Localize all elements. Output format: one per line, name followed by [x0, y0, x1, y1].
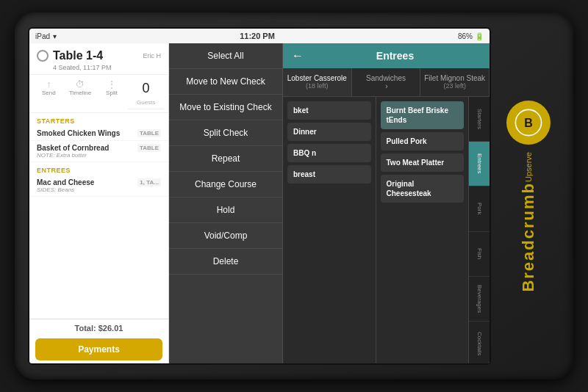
tablet-screen: iPad ▾ 11:20 PM 86% 🔋 Table 1-4: [28, 27, 491, 365]
context-menu: Select All Move to New Check Move to Exi…: [169, 43, 283, 365]
status-right: 86% 🔋: [458, 32, 484, 40]
brand-sub: Upserve: [524, 152, 533, 182]
battery-label: 86%: [458, 32, 473, 40]
tab-label: Entrees: [476, 153, 483, 174]
guest-label: Guests: [137, 99, 155, 106]
app-area: Table 1-4 Eric H 4 Seated, 11:17 PM ↑ Se…: [29, 43, 490, 365]
menu-item[interactable]: Two Meat Platter: [381, 153, 465, 172]
tab-label: Beverages: [476, 285, 483, 313]
tab-lobster[interactable]: Lobster Casserole (18 left): [283, 68, 352, 96]
menu-item[interactable]: Dinner: [287, 123, 371, 141]
tab-count: (23 left): [423, 82, 486, 90]
order-item[interactable]: Mac and Cheese 1, TA... SIDES: Beans: [29, 175, 168, 197]
status-bar: iPad ▾ 11:20 PM 86% 🔋: [29, 29, 490, 43]
delete-item[interactable]: Delete: [169, 249, 282, 275]
item-name: Basket of Cornbread: [37, 144, 109, 152]
battery-icon: 🔋: [475, 32, 484, 40]
tab-label: Fish: [476, 248, 483, 259]
entrees-label: ENTREES: [29, 162, 168, 175]
side-tab-entrees[interactable]: Entrees: [469, 142, 490, 186]
tab-name: Filet Mignon Steak: [423, 74, 486, 82]
menu-item[interactable]: Burnt Beef Briske tEnds: [381, 101, 465, 129]
hold-item[interactable]: Hold: [169, 197, 282, 223]
guest-count-area: 0 Guests: [128, 78, 164, 109]
side-tab-cocktails[interactable]: Cocktails: [469, 322, 490, 365]
send-btn[interactable]: ↑ Send: [34, 78, 64, 109]
table-title: Table 1-4: [53, 49, 103, 62]
order-item[interactable]: Smoked Chicken Wings TABLE: [29, 126, 168, 141]
status-left: iPad ▾: [35, 32, 57, 40]
starters-label: STARTERS: [29, 113, 168, 126]
split-check-item[interactable]: Split Check: [169, 120, 282, 146]
item-tag: TABLE: [137, 129, 161, 137]
move-new-check-item[interactable]: Move to New Check: [169, 69, 282, 95]
side-tab-starters[interactable]: Starters: [469, 97, 490, 142]
timeline-btn[interactable]: ⏱ Timeline: [65, 78, 96, 109]
item-name: Burnt Beef Briske tEnds: [387, 106, 459, 125]
item-note: NOTE: Extra butter: [37, 152, 161, 159]
tab-count: (18 left): [286, 82, 348, 90]
move-existing-check-item[interactable]: Move to Existing Check: [169, 95, 282, 120]
menu-item[interactable]: Original Cheesesteak: [381, 175, 465, 203]
tab-sandwiches[interactable]: Sandwiches ›: [352, 68, 421, 96]
menu-tabs: Lobster Casserole (18 left) Sandwiches ›…: [283, 68, 490, 97]
tab-label: Cocktails: [476, 332, 483, 355]
repeat-item[interactable]: Repeat: [169, 146, 282, 172]
item-name: bket: [293, 106, 365, 115]
right-panel: ← Entrees Lobster Casserole (18 left) Sa…: [283, 43, 490, 365]
panel-title: Entrees: [309, 50, 481, 62]
tab-label: Pork: [476, 203, 483, 214]
item-name: Original Cheesesteak: [387, 179, 459, 198]
change-course-item[interactable]: Change Course: [169, 172, 282, 197]
back-arrow-icon[interactable]: ←: [292, 49, 304, 62]
table-actions: ↑ Send ⏱ Timeline ⋮ Split 0: [29, 75, 168, 113]
tab-label: Starters: [476, 109, 483, 129]
left-panel: Table 1-4 Eric H 4 Seated, 11:17 PM ↑ Se…: [29, 43, 169, 365]
menu-columns: bket Dinner BBQ n breast: [283, 97, 490, 365]
item-name: Mac and Cheese: [37, 178, 94, 186]
table-header: Table 1-4 Eric H 4 Seated, 11:17 PM: [29, 43, 168, 75]
menu-item[interactable]: BBQ n: [287, 144, 371, 162]
item-name: breast: [293, 170, 365, 179]
tab-name: Sandwiches: [355, 74, 417, 82]
item-name: Smoked Chicken Wings: [37, 129, 120, 137]
menu-item[interactable]: breast: [287, 165, 371, 184]
entrees-header: ← Entrees: [283, 43, 490, 68]
item-tag: TABLE: [137, 144, 161, 152]
side-tab-pork[interactable]: Pork: [469, 186, 490, 231]
select-all-item[interactable]: Select All: [169, 43, 282, 69]
device-label: iPad: [35, 32, 50, 40]
brand-logo: B: [506, 101, 551, 145]
split-btn[interactable]: ⋮ Split: [97, 78, 127, 109]
void-comp-item[interactable]: Void/Comp: [169, 223, 282, 249]
tab-name: Lobster Casserole: [286, 74, 348, 82]
seated-icon: [37, 50, 49, 62]
side-tab-fish[interactable]: Fish: [469, 232, 490, 277]
tab-filet[interactable]: Filet Mignon Steak (23 left): [420, 68, 490, 96]
time-display: 11:20 PM: [240, 32, 275, 40]
server-name: Eric H: [143, 52, 162, 59]
menu-col-left: bket Dinner BBQ n breast: [283, 97, 376, 365]
tab-arrow-icon: ›: [385, 82, 387, 90]
total-row: Total: $26.01: [29, 319, 168, 335]
brand-icon: B: [514, 108, 543, 137]
side-tab-beverages[interactable]: Beverages: [469, 277, 490, 322]
guest-number: 0: [143, 81, 150, 96]
menu-col-right: Burnt Beef Briske tEnds Pulled Pork Two …: [376, 97, 470, 365]
item-name: Two Meat Platter: [387, 158, 459, 167]
payments-button[interactable]: Payments: [35, 338, 162, 360]
device-frame: iPad ▾ 11:20 PM 86% 🔋 Table 1-4: [15, 12, 573, 380]
item-note: SIDES: Beans: [37, 186, 161, 193]
menu-item[interactable]: Pulled Pork: [381, 132, 465, 150]
table-meta: 4 Seated, 11:17 PM: [53, 64, 161, 71]
item-name: Pulled Pork: [387, 137, 459, 146]
item-name: Dinner: [293, 127, 365, 137]
order-item[interactable]: Basket of Cornbread TABLE NOTE: Extra bu…: [29, 141, 168, 162]
menu-item[interactable]: bket: [287, 101, 371, 120]
side-tabs: Starters Entrees Pork Fish: [469, 97, 490, 365]
brand-area: B Upserve Breadcrumb: [491, 93, 566, 300]
svg-text:B: B: [524, 116, 533, 128]
item-tag: 1, TA...: [137, 178, 161, 186]
item-name: BBQ n: [293, 148, 365, 158]
wifi-icon: ▾: [53, 32, 57, 40]
